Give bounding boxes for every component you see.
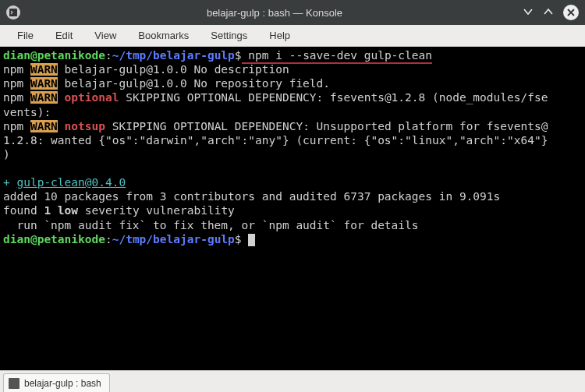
- menu-file[interactable]: File: [6, 26, 44, 44]
- minimize-button[interactable]: [523, 6, 534, 19]
- prompt-user: dian@petanikode: [3, 49, 105, 62]
- warn-badge: WARN: [30, 77, 58, 90]
- menu-help[interactable]: Help: [258, 26, 301, 44]
- menubar: File Edit View Bookmarks Settings Help: [0, 25, 585, 47]
- out-text: SKIPPING OPTIONAL DEPENDENCY: Unsupporte…: [105, 120, 548, 132]
- installed-package: gulp-clean@0.4.0: [16, 176, 126, 189]
- close-button[interactable]: [563, 5, 579, 20]
- out-text: found: [3, 204, 44, 217]
- window-title: belajar-gulp : bash — Konsole: [27, 7, 523, 19]
- out-npm: npm: [3, 120, 30, 132]
- out-text: vents):: [3, 106, 51, 118]
- menu-edit[interactable]: Edit: [44, 26, 83, 44]
- prompt-end: $: [235, 49, 242, 62]
- out-hint: run `npm audit fix` to fix them, or `npm…: [3, 219, 419, 231]
- titlebar: belajar-gulp : bash — Konsole: [0, 0, 585, 25]
- terminal-icon: [9, 378, 20, 389]
- warn-type: optional: [65, 91, 119, 104]
- terminal[interactable]: dian@petanikode:~/tmp/belajar-gulp$ npm …: [0, 47, 585, 370]
- warn-badge: WARN: [30, 91, 58, 104]
- prompt-path: ~/tmp/belajar-gulp: [112, 49, 235, 62]
- prompt-user: dian@petanikode: [3, 233, 105, 245]
- out-npm: npm: [3, 91, 30, 104]
- prompt-sep: :: [105, 49, 112, 62]
- menu-settings[interactable]: Settings: [200, 26, 258, 44]
- prompt-end: $: [235, 233, 242, 245]
- out-text: SKIPPING OPTIONAL DEPENDENCY: fsevents@1…: [119, 91, 548, 104]
- tab-bar: belajar-gulp : bash: [0, 370, 585, 392]
- cursor: [248, 234, 255, 246]
- prompt-path: ~/tmp/belajar-gulp: [112, 233, 235, 245]
- menu-view[interactable]: View: [83, 26, 127, 44]
- out-text: belajar-gulp@1.0.0 No repository field.: [58, 77, 330, 90]
- out-npm: npm: [3, 77, 30, 90]
- window-controls: [523, 5, 579, 20]
- tab-label: belajar-gulp : bash: [24, 378, 101, 389]
- command-input: npm i --save-dev gulp-clean: [242, 49, 432, 64]
- terminal-tab[interactable]: belajar-gulp : bash: [3, 373, 110, 392]
- warn-type: notsup: [65, 120, 105, 132]
- out-plus: +: [3, 176, 16, 189]
- out-summary: added 10 packages from 3 contributors an…: [3, 190, 500, 203]
- out-text: ): [3, 148, 10, 161]
- out-text: 1.2.8: wanted {"os":"darwin","arch":"any…: [3, 134, 548, 147]
- prompt-sep: :: [105, 233, 112, 245]
- vuln-severity: low: [58, 204, 78, 217]
- out-text: belajar-gulp@1.0.0 No description: [58, 63, 289, 76]
- menu-bookmarks[interactable]: Bookmarks: [127, 26, 200, 44]
- maximize-button[interactable]: [543, 6, 554, 19]
- out-npm: npm: [3, 63, 30, 76]
- vuln-count: 1: [44, 204, 51, 217]
- warn-badge: WARN: [30, 63, 58, 76]
- app-icon: [6, 5, 20, 19]
- svg-rect-0: [9, 9, 17, 16]
- out-text: severity vulnerability: [78, 204, 235, 217]
- warn-badge: WARN: [30, 120, 58, 132]
